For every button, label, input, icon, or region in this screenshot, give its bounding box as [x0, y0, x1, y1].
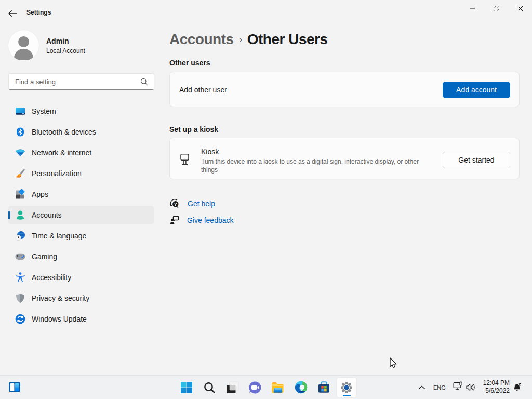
svg-text:?: ? — [174, 202, 177, 207]
